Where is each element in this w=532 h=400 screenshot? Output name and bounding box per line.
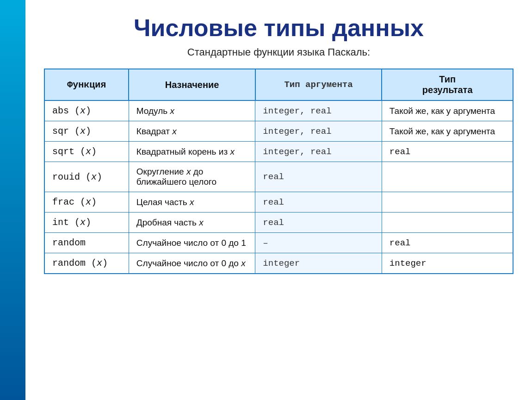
cell-result: integer (382, 253, 513, 274)
table-row: rouid (x)Округление x до ближайшего цело… (44, 162, 513, 192)
table-row: random (x)Случайное число от 0 до xinteg… (44, 253, 513, 274)
cell-func: random (x) (44, 253, 129, 274)
cell-result (382, 162, 513, 192)
cell-result (382, 192, 513, 212)
cell-arg: integer, real (255, 121, 382, 142)
cell-func: frac (x) (44, 192, 129, 212)
cell-func: rouid (x) (44, 162, 129, 192)
cell-func: sqr (x) (44, 121, 129, 142)
cell-result: real (382, 233, 513, 253)
cell-arg: integer, real (255, 142, 382, 162)
cell-func: sqrt (x) (44, 142, 129, 162)
table-row: randomСлучайное число от 0 до 1–real (44, 233, 513, 253)
header-desc: Назначение (129, 69, 255, 100)
cell-desc: Случайное число от 0 до x (129, 253, 255, 274)
cell-result: Такой же, как у аргумента (382, 100, 513, 121)
header-arg: Тип аргумента (255, 69, 382, 100)
table-row: frac (x)Целая часть xreal (44, 192, 513, 212)
table-header-row: Функция Назначение Тип аргумента Типрезу… (44, 69, 513, 100)
table-row: sqrt (x)Квадратный корень из xinteger, r… (44, 142, 513, 162)
table-row: int (x)Дробная часть xreal (44, 212, 513, 233)
cell-desc: Квадрат x (129, 121, 255, 142)
cell-arg: – (255, 233, 382, 253)
cell-func: random (44, 233, 129, 253)
data-table: Функция Назначение Тип аргумента Типрезу… (44, 69, 513, 274)
left-bar (0, 0, 25, 400)
cell-arg: integer (255, 253, 382, 274)
table-row: sqr (x)Квадрат xinteger, realТакой же, к… (44, 121, 513, 142)
cell-arg: real (255, 192, 382, 212)
cell-func: abs (x) (44, 100, 129, 121)
cell-desc: Дробная часть x (129, 212, 255, 233)
cell-arg: real (255, 212, 382, 233)
cell-arg: integer, real (255, 100, 382, 121)
header-result: Типрезультата (382, 69, 513, 100)
main-content: Числовые типы данных Стандартные функции… (25, 0, 532, 288)
header-func: Функция (44, 69, 129, 100)
table-row: abs (x)Модуль xinteger, realТакой же, ка… (44, 100, 513, 121)
cell-result: real (382, 142, 513, 162)
cell-desc: Целая часть x (129, 192, 255, 212)
page-title: Числовые типы данных (44, 14, 513, 42)
cell-result: Такой же, как у аргумента (382, 121, 513, 142)
cell-arg: real (255, 162, 382, 192)
cell-desc: Случайное число от 0 до 1 (129, 233, 255, 253)
cell-desc: Квадратный корень из x (129, 142, 255, 162)
cell-result (382, 212, 513, 233)
cell-desc: Округление x до ближайшего целого (129, 162, 255, 192)
cell-func: int (x) (44, 212, 129, 233)
cell-desc: Модуль x (129, 100, 255, 121)
subtitle: Стандартные функции языка Паскаль: (44, 46, 513, 58)
